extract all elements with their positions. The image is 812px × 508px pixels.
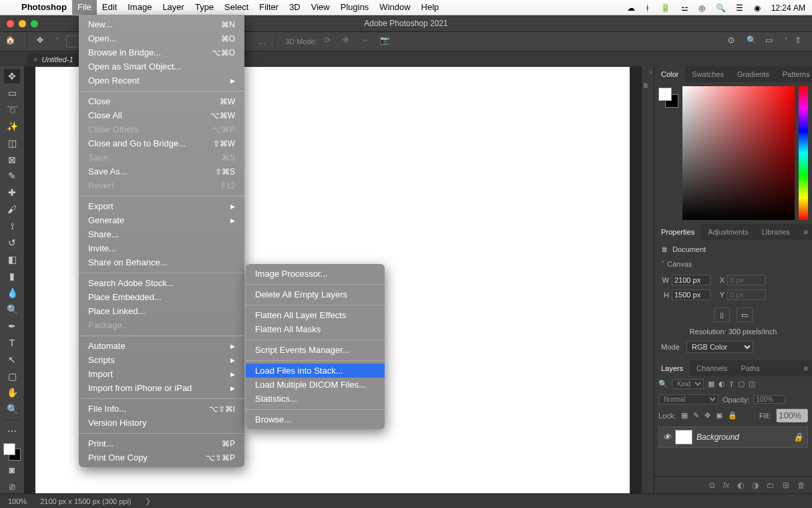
crop-tool[interactable]: ◫ — [4, 136, 20, 150]
history-brush-tool[interactable]: ↺ — [4, 235, 20, 250]
orientation-landscape-button[interactable]: ▭ — [737, 307, 753, 322]
tab-gradients[interactable]: Gradients — [731, 66, 776, 82]
dodge-tool[interactable]: 🔍 — [4, 302, 20, 317]
3d-pan-icon[interactable]: ✥ — [343, 35, 355, 47]
menu-item[interactable]: File Info...⌥⇧⌘I — [79, 402, 244, 416]
menu-image[interactable]: Image — [122, 0, 157, 15]
3d-camera-icon[interactable]: 📷 — [380, 35, 392, 47]
home-icon[interactable]: 🏠 — [5, 35, 17, 47]
brush-tool[interactable]: 🖌 — [4, 202, 20, 217]
menu-item[interactable]: Open...⌘O — [79, 31, 244, 45]
menu-item[interactable]: Open as Smart Object... — [79, 59, 244, 74]
panel-menu-icon[interactable]: ≡ — [800, 228, 812, 236]
height-input[interactable] — [672, 289, 710, 300]
layer-filter-select[interactable]: Kind — [672, 379, 704, 389]
workspace-icon[interactable]: ▭ — [765, 35, 777, 47]
menu-item[interactable]: Search Adobe Stock... — [79, 276, 244, 290]
tab-libraries[interactable]: Libraries — [755, 224, 797, 240]
wand-tool[interactable]: ✨ — [4, 119, 20, 134]
eyedropper-tool[interactable]: ✎ — [4, 169, 20, 184]
hand-tool[interactable]: ✋ — [4, 386, 20, 400]
lock-paint-icon[interactable]: ✎ — [693, 411, 699, 420]
lasso-tool[interactable]: ➰ — [4, 102, 20, 117]
3d-orbit-icon[interactable]: ⟳ — [324, 35, 336, 47]
delete-layer-icon[interactable]: 🗑 — [797, 481, 805, 490]
menu-item[interactable]: Open Recent▶ — [79, 74, 244, 88]
tab-paths[interactable]: Paths — [735, 360, 767, 376]
tab-patterns[interactable]: Patterns — [776, 66, 812, 82]
menu-item[interactable]: Close All⌥⌘W — [79, 108, 244, 122]
layer-thumbnail[interactable] — [675, 430, 692, 444]
tab-color[interactable]: Color — [654, 66, 685, 82]
menu-help[interactable]: Help — [416, 0, 445, 15]
3d-slide-icon[interactable]: ↔ — [361, 35, 373, 47]
filter-type-icon[interactable]: T — [729, 380, 734, 388]
document-dims[interactable]: 2100 px x 1500 px (300 ppi) — [40, 497, 131, 505]
color-swatch-pair[interactable] — [658, 86, 678, 220]
link-layers-icon[interactable]: ⧉ — [709, 481, 715, 490]
lock-position-icon[interactable]: ✥ — [704, 411, 710, 420]
zoom-level[interactable]: 100% — [8, 497, 27, 505]
menu-item[interactable]: Version History — [79, 416, 244, 430]
tab-properties[interactable]: Properties — [654, 224, 701, 240]
menu-item[interactable]: Share... — [79, 227, 244, 241]
menu-item[interactable]: Place Embedded... — [79, 290, 244, 304]
menu-plugins[interactable]: Plugins — [335, 0, 375, 15]
share-icon[interactable]: ⇪ — [795, 35, 807, 47]
menu-item[interactable]: Export▶ — [79, 199, 244, 213]
blur-tool[interactable]: 💧 — [4, 285, 20, 300]
menu-item[interactable]: Import▶ — [79, 367, 244, 381]
menu-item[interactable]: Load Files into Stack... — [246, 364, 385, 378]
healing-tool[interactable]: ✚ — [4, 185, 20, 200]
layer-row[interactable]: 👁 Background 🔒 — [658, 426, 808, 448]
menu-item[interactable]: Delete All Empty Layers — [246, 287, 385, 301]
new-layer-icon[interactable]: ⊞ — [783, 481, 789, 490]
color-field[interactable] — [682, 86, 795, 220]
pen-tool[interactable]: ✒ — [4, 319, 20, 334]
lock-pixels-icon[interactable]: ▦ — [681, 411, 688, 420]
filter-pixel-icon[interactable]: ▩ — [708, 380, 715, 388]
menu-item[interactable]: Import from iPhone or iPad▶ — [79, 381, 244, 395]
menu-item[interactable]: Script Events Manager... — [246, 343, 385, 357]
menu-item[interactable]: Close⌘W — [79, 94, 244, 108]
tab-close-icon[interactable]: × — [33, 55, 37, 64]
menu-file[interactable]: File — [72, 0, 97, 15]
search-icon[interactable]: 🔍 — [747, 35, 759, 47]
zoom-tool[interactable]: 🔍 — [4, 402, 20, 416]
path-tool[interactable]: ↖ — [4, 352, 20, 367]
menu-type[interactable]: Type — [190, 0, 219, 15]
eraser-tool[interactable]: ◧ — [4, 252, 20, 267]
menu-edit[interactable]: Edit — [97, 0, 122, 15]
frame-tool[interactable]: ⊠ — [4, 152, 20, 167]
screenmode-tool[interactable]: ⎚ — [4, 479, 20, 494]
menu-item[interactable]: Invite... — [79, 241, 244, 255]
adjustment-layer-icon[interactable]: ◑ — [752, 481, 759, 490]
tab-swatches[interactable]: Swatches — [685, 66, 731, 82]
siri-icon[interactable]: ◉ — [754, 3, 761, 13]
layer-fx-icon[interactable]: fx — [723, 481, 729, 490]
filter-smart-icon[interactable]: ◫ — [749, 380, 755, 388]
filter-adjust-icon[interactable]: ◐ — [719, 380, 725, 388]
canvas-section-label[interactable]: Canvas — [667, 260, 692, 268]
menu-item[interactable]: Share on Behance... — [79, 255, 244, 269]
menu-item[interactable]: Print One Copy⌥⇧⌘P — [79, 451, 244, 465]
menu-item[interactable]: Browse in Bridge...⌥⌘O — [79, 45, 244, 59]
menu-item[interactable]: Print...⌘P — [79, 436, 244, 451]
menu-item[interactable]: Scripts▶ — [79, 353, 244, 367]
type-tool[interactable]: T — [4, 336, 20, 350]
expand-chevron-icon[interactable]: » — [649, 69, 652, 76]
move-tool[interactable]: ✥ — [4, 69, 20, 84]
spotlight-icon[interactable]: 🔍 — [716, 3, 726, 13]
menu-app[interactable]: Photoshop — [16, 0, 72, 15]
menu-item[interactable]: Flatten All Layer Effects — [246, 308, 385, 322]
menu-item[interactable]: New...⌘N — [79, 17, 244, 31]
menu-3d[interactable]: 3D — [284, 0, 306, 15]
quickmask-tool[interactable]: ◙ — [4, 463, 20, 477]
width-input[interactable] — [672, 275, 710, 285]
gradient-tool[interactable]: ▮ — [4, 269, 20, 283]
shape-tool[interactable]: ▢ — [4, 369, 20, 384]
edit-toolbar-icon[interactable]: ⋯ — [4, 424, 20, 438]
menu-window[interactable]: Window — [374, 0, 415, 15]
history-panel-icon[interactable]: ≡ — [643, 81, 652, 90]
menu-layer[interactable]: Layer — [157, 0, 190, 15]
